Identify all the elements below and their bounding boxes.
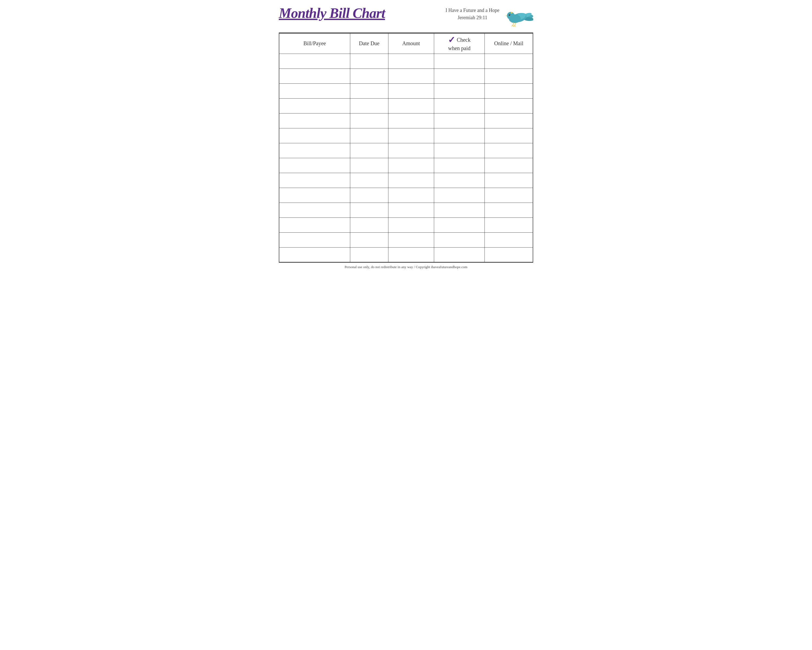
table-cell xyxy=(350,158,388,173)
table-row xyxy=(279,232,533,247)
table-cell xyxy=(350,54,388,69)
table-cell xyxy=(350,83,388,98)
table-cell xyxy=(388,203,434,217)
table-cell xyxy=(388,173,434,188)
table-cell xyxy=(350,98,388,113)
table-cell xyxy=(350,113,388,128)
table-cell xyxy=(279,158,350,173)
table-cell xyxy=(279,83,350,98)
col-header-check-when-paid: ✓ Check when paid xyxy=(434,33,485,54)
table-cell xyxy=(279,247,350,262)
table-cell xyxy=(388,143,434,158)
header: Monthly Bill Chart I Have a Future and a… xyxy=(279,5,533,28)
table-row xyxy=(279,158,533,173)
table-cell xyxy=(485,217,533,232)
table-row xyxy=(279,128,533,143)
table-cell xyxy=(279,217,350,232)
table-row xyxy=(279,143,533,158)
footer-text: Personal use only, do not redistribute i… xyxy=(345,265,467,269)
svg-point-8 xyxy=(509,14,510,15)
table-cell xyxy=(485,128,533,143)
table-cell xyxy=(388,69,434,83)
svg-marker-9 xyxy=(505,15,507,17)
table-cell xyxy=(388,232,434,247)
table-cell xyxy=(350,69,388,83)
table-cell xyxy=(350,173,388,188)
table-row xyxy=(279,188,533,203)
table-cell xyxy=(388,158,434,173)
table-cell xyxy=(279,69,350,83)
table-row xyxy=(279,54,533,69)
table-cell xyxy=(279,143,350,158)
scripture: I Have a Future and a Hope Jeremiah 29:1… xyxy=(446,7,499,21)
check-header-content: ✓ Check when paid xyxy=(434,35,485,52)
table-cell xyxy=(434,247,485,262)
table-cell xyxy=(434,83,485,98)
table-cell xyxy=(350,203,388,217)
table-row xyxy=(279,203,533,217)
table-cell xyxy=(388,98,434,113)
checkmark-icon: ✓ xyxy=(448,35,455,44)
table-cell xyxy=(279,54,350,69)
table-cell xyxy=(434,158,485,173)
table-cell xyxy=(434,98,485,113)
table-cell xyxy=(485,247,533,262)
title-area: Monthly Bill Chart xyxy=(279,5,385,21)
table-cell xyxy=(485,203,533,217)
check-text-bottom: when paid xyxy=(448,45,471,52)
header-right: I Have a Future and a Hope Jeremiah 29:1… xyxy=(446,5,533,28)
table-cell xyxy=(485,173,533,188)
svg-point-16 xyxy=(511,12,512,14)
table-cell xyxy=(350,143,388,158)
table-header-row: Bill/Payee Date Due Amount ✓ Check when … xyxy=(279,33,533,54)
table-row xyxy=(279,217,533,232)
table-cell xyxy=(388,54,434,69)
table-row xyxy=(279,69,533,83)
table-cell xyxy=(485,113,533,128)
table-cell xyxy=(485,232,533,247)
table-cell xyxy=(434,113,485,128)
table-cell xyxy=(388,128,434,143)
table-cell xyxy=(388,247,434,262)
svg-line-15 xyxy=(515,26,515,27)
table-cell xyxy=(434,54,485,69)
table-cell xyxy=(434,188,485,203)
table-row xyxy=(279,173,533,188)
bird-illustration xyxy=(504,4,533,28)
table-body xyxy=(279,54,533,262)
table-row xyxy=(279,83,533,98)
table-cell xyxy=(434,173,485,188)
table-cell xyxy=(388,217,434,232)
table-row xyxy=(279,98,533,113)
table-cell xyxy=(279,128,350,143)
scripture-line2: Jeremiah 29:11 xyxy=(446,14,499,21)
table-cell xyxy=(350,188,388,203)
table-cell xyxy=(485,158,533,173)
table-cell xyxy=(434,232,485,247)
table-cell xyxy=(350,247,388,262)
table-row xyxy=(279,113,533,128)
table-cell xyxy=(350,217,388,232)
table-row xyxy=(279,247,533,262)
scripture-line1: I Have a Future and a Hope xyxy=(446,7,499,14)
table-cell xyxy=(434,203,485,217)
table-cell xyxy=(350,232,388,247)
table-cell xyxy=(434,69,485,83)
page: Monthly Bill Chart I Have a Future and a… xyxy=(271,0,541,274)
footer: Personal use only, do not redistribute i… xyxy=(279,262,533,271)
table-cell xyxy=(434,128,485,143)
table-cell xyxy=(485,69,533,83)
table-cell xyxy=(279,203,350,217)
table-cell xyxy=(485,83,533,98)
page-title: Monthly Bill Chart xyxy=(279,5,385,21)
table-cell xyxy=(388,113,434,128)
svg-line-13 xyxy=(515,23,516,26)
table-cell xyxy=(485,143,533,158)
table-cell xyxy=(279,98,350,113)
bird-icon xyxy=(504,4,533,28)
table-cell xyxy=(388,188,434,203)
table-cell xyxy=(388,83,434,98)
table-cell xyxy=(485,54,533,69)
table-cell xyxy=(434,143,485,158)
table-cell xyxy=(279,232,350,247)
